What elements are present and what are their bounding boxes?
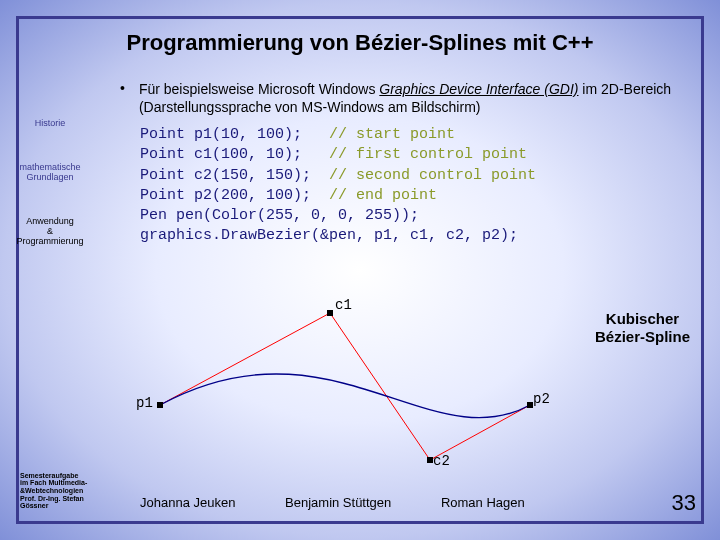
authors: Johanna Jeuken Benjamin Stüttgen Roman H…	[140, 495, 571, 510]
sidebar-item-historie[interactable]: Historie	[0, 110, 100, 136]
bullet-item: • Für beispielsweise Microsoft Windows G…	[128, 80, 690, 116]
diagram-caption: Kubischer Bézier-Spline	[595, 310, 690, 346]
corner-note: Semesteraufgabe im Fach Multimedia- &Web…	[20, 472, 110, 510]
page-number: 33	[672, 490, 696, 516]
label-c2: c2	[433, 453, 450, 469]
label-c1: c1	[335, 297, 352, 313]
svg-rect-3	[157, 402, 163, 408]
bezier-diagram: p1 c1 c2 p2	[140, 295, 550, 470]
label-p2: p2	[533, 391, 550, 407]
author-3: Roman Hagen	[441, 495, 525, 510]
bullet-dot: •	[120, 80, 125, 116]
svg-line-1	[330, 313, 430, 460]
sidebar-item-grundlagen[interactable]: mathematische Grundlagen	[0, 154, 100, 190]
author-1: Johanna Jeuken	[140, 495, 235, 510]
author-2: Benjamin Stüttgen	[285, 495, 391, 510]
bullet-text: Für beispielsweise Microsoft Windows Gra…	[139, 80, 690, 116]
bezier-svg	[140, 295, 550, 470]
svg-line-0	[160, 313, 330, 405]
sidebar: Historie mathematische Grundlagen Anwend…	[0, 110, 100, 510]
label-p1: p1	[136, 395, 153, 411]
code-block: Point p1(10, 100); // start point Point …	[140, 125, 536, 247]
svg-rect-4	[327, 310, 333, 316]
slide-title: Programmierung von Bézier-Splines mit C+…	[0, 30, 720, 56]
gdi-emphasis: Graphics Device Interface (GDI)	[379, 81, 578, 97]
sidebar-item-anwendung[interactable]: Anwendung & Programmierung	[0, 208, 100, 254]
